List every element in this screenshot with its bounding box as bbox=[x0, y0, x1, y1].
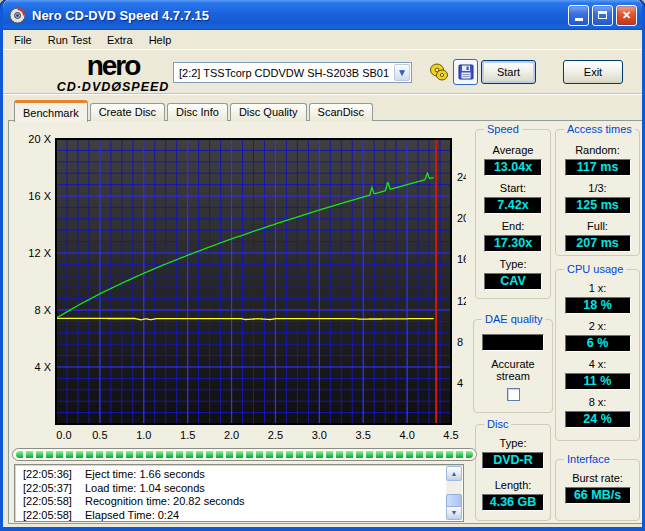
log-lines: [22:05:36]Eject time: 1.66 seconds[22:05… bbox=[15, 465, 463, 522]
app-icon bbox=[9, 7, 26, 24]
full-access-display: 207 ms bbox=[565, 235, 631, 252]
eject-disc-button[interactable] bbox=[426, 59, 451, 85]
chevron-down-icon[interactable]: ▼ bbox=[394, 64, 410, 81]
tab-disc-info[interactable]: Disc Info bbox=[167, 103, 228, 121]
svg-text:16: 16 bbox=[457, 253, 466, 265]
svg-text:4.0: 4.0 bbox=[399, 429, 414, 441]
minimize-button[interactable] bbox=[568, 5, 589, 26]
interface-group-label: Interface bbox=[564, 453, 613, 465]
svg-text:0.0: 0.0 bbox=[56, 429, 71, 441]
cpu-1x-display: 18 % bbox=[565, 297, 631, 314]
scrollbar-track[interactable] bbox=[446, 481, 462, 505]
exit-button[interactable]: Exit bbox=[563, 60, 623, 84]
svg-text:12 X: 12 X bbox=[28, 247, 51, 259]
drive-select-value: [2:2] TSSTcorp CDDVDW SH-S203B SB01 bbox=[174, 67, 394, 79]
one-third-access-label: 1/3: bbox=[556, 182, 639, 194]
svg-text:4: 4 bbox=[457, 377, 463, 389]
log-timestamp: [22:05:36] bbox=[23, 468, 85, 482]
disc-length-label: Length: bbox=[476, 479, 550, 491]
scroll-up-button[interactable]: ▲ bbox=[446, 466, 462, 481]
arrow-down-icon: ▼ bbox=[451, 509, 458, 516]
svg-text:4 X: 4 X bbox=[34, 361, 51, 373]
cpu-usage-group-label: CPU usage bbox=[564, 263, 626, 275]
speed-group: Speed Average 13.04x Start: 7.42x End: 1… bbox=[475, 129, 551, 299]
floppy-save-icon bbox=[458, 64, 474, 80]
log-text: Recognition time: 20.82 seconds bbox=[85, 495, 245, 509]
accurate-stream-label: Accurate stream bbox=[486, 358, 540, 382]
svg-text:0.5: 0.5 bbox=[92, 429, 107, 441]
minimize-icon bbox=[575, 18, 583, 21]
header: nero CD·DVDØSPEED [2:2] TSSTcorp CDDVDW … bbox=[3, 50, 642, 94]
log-line: [22:05:37]Load time: 1.04 seconds bbox=[15, 482, 463, 496]
maximize-button[interactable] bbox=[592, 5, 613, 26]
cpu-2x-label: 2 x: bbox=[556, 320, 639, 332]
log-line: [22:05:58]Recognition time: 20.82 second… bbox=[15, 495, 463, 509]
burst-rate-display: 66 MB/s bbox=[565, 487, 631, 504]
start-speed-display: 7.42x bbox=[484, 197, 542, 214]
speed-type-label: Type: bbox=[476, 258, 550, 270]
svg-text:1.5: 1.5 bbox=[180, 429, 195, 441]
log-text: Eject time: 1.66 seconds bbox=[85, 468, 205, 482]
log-timestamp: [22:05:37] bbox=[23, 482, 85, 496]
start-label: Start: bbox=[476, 182, 550, 194]
dae-quality-display bbox=[482, 334, 544, 351]
log-line: [22:05:36]Eject time: 1.66 seconds bbox=[15, 468, 463, 482]
cpu-2x-display: 6 % bbox=[565, 335, 631, 352]
speed-group-label: Speed bbox=[484, 123, 522, 135]
menu-help[interactable]: Help bbox=[141, 32, 180, 48]
benchmark-chart: 20 X16 X12 X8 X4 X24201612840.00.51.01.5… bbox=[14, 124, 466, 446]
disc-type-display: DVD-R bbox=[482, 452, 544, 469]
log-scrollbar[interactable]: ▲ ▼ bbox=[446, 466, 462, 520]
svg-text:20: 20 bbox=[457, 212, 466, 224]
cpu-8x-display: 24 % bbox=[565, 411, 631, 428]
close-icon: ✕ bbox=[622, 9, 631, 22]
menu-run-test[interactable]: Run Test bbox=[40, 32, 99, 48]
scrollbar-thumb[interactable] bbox=[446, 494, 462, 507]
maximize-icon bbox=[598, 11, 607, 19]
log-timestamp: [22:05:58] bbox=[23, 509, 85, 523]
drive-select[interactable]: [2:2] TSSTcorp CDDVDW SH-S203B SB01 ▼ bbox=[173, 62, 412, 83]
arrow-up-icon: ▲ bbox=[451, 470, 458, 477]
interface-group: Interface Burst rate: 66 MB/s bbox=[555, 459, 640, 521]
svg-text:12: 12 bbox=[457, 295, 466, 307]
log-listbox[interactable]: [22:05:36]Eject time: 1.66 seconds[22:05… bbox=[14, 464, 464, 522]
cpu-1x-label: 1 x: bbox=[556, 282, 639, 294]
speed-type-display: CAV bbox=[484, 273, 542, 290]
log-text: Elapsed Time: 0:24 bbox=[85, 509, 179, 523]
cpu-8x-label: 8 x: bbox=[556, 396, 639, 408]
save-button[interactable] bbox=[453, 59, 478, 85]
menubar: File Run Test Extra Help bbox=[3, 30, 642, 50]
svg-text:4.5: 4.5 bbox=[443, 429, 458, 441]
start-button[interactable]: Start bbox=[481, 60, 536, 84]
end-label: End: bbox=[476, 220, 550, 232]
tab-benchmark[interactable]: Benchmark bbox=[14, 100, 88, 122]
menu-file[interactable]: File bbox=[6, 32, 40, 48]
benchmark-page: 20 X16 X12 X8 X4 X24201612840.00.51.01.5… bbox=[8, 120, 643, 524]
tabstrip: Benchmark Create Disc Disc Info Disc Qua… bbox=[8, 99, 375, 121]
scroll-down-button[interactable]: ▼ bbox=[446, 505, 462, 520]
cpu-usage-group: CPU usage 1 x: 18 % 2 x: 6 % 4 x: 11 % 8… bbox=[555, 269, 640, 441]
accurate-stream-checkbox[interactable] bbox=[507, 388, 520, 401]
dae-quality-group-label: DAE quality bbox=[482, 313, 545, 325]
dae-quality-group: DAE quality Accurate stream bbox=[473, 319, 553, 413]
svg-text:3.5: 3.5 bbox=[356, 429, 371, 441]
full-access-label: Full: bbox=[556, 220, 639, 232]
average-speed-display: 13.04x bbox=[484, 159, 542, 176]
close-button[interactable]: ✕ bbox=[616, 5, 637, 26]
svg-text:8 X: 8 X bbox=[34, 304, 51, 316]
tab-scandisc[interactable]: ScanDisc bbox=[309, 103, 373, 121]
one-third-access-display: 125 ms bbox=[565, 197, 631, 214]
svg-text:16 X: 16 X bbox=[28, 190, 51, 202]
disc-group: Disc Type: DVD-R Length: 4.36 GB bbox=[475, 424, 551, 521]
log-timestamp: [22:05:58] bbox=[23, 495, 85, 509]
svg-text:24: 24 bbox=[457, 171, 466, 183]
tab-create-disc[interactable]: Create Disc bbox=[90, 103, 165, 121]
menu-extra[interactable]: Extra bbox=[99, 32, 141, 48]
average-label: Average bbox=[476, 144, 550, 156]
access-times-group: Access times Random: 117 ms 1/3: 125 ms … bbox=[555, 129, 640, 256]
svg-text:3.0: 3.0 bbox=[312, 429, 327, 441]
titlebar[interactable]: Nero CD-DVD Speed 4.7.7.15 ✕ bbox=[3, 0, 642, 30]
tab-disc-quality[interactable]: Disc Quality bbox=[230, 103, 307, 121]
svg-text:20 X: 20 X bbox=[28, 133, 51, 145]
cpu-4x-display: 11 % bbox=[565, 373, 631, 390]
